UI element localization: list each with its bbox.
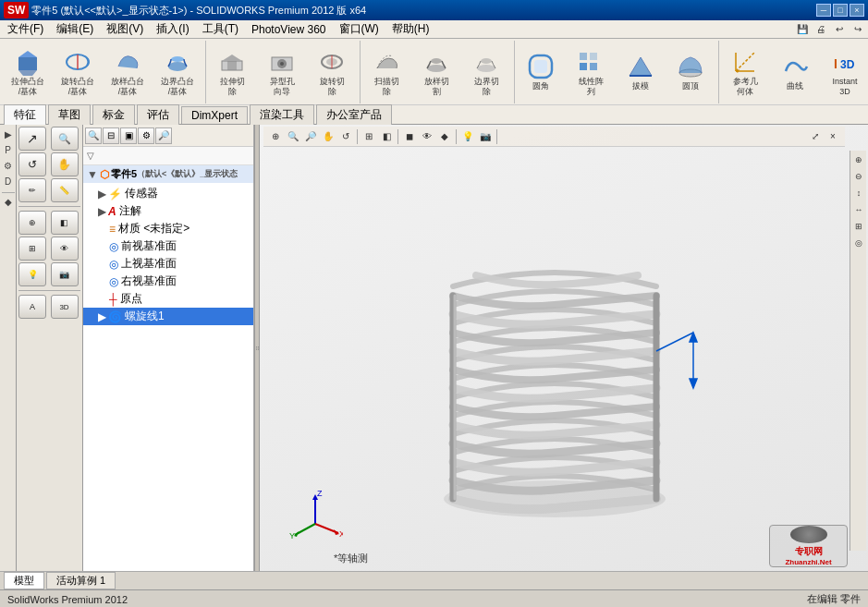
vp-zoom-out[interactable]: 🔎 — [302, 128, 319, 145]
tab-sheet-metal[interactable]: 标金 — [92, 104, 135, 125]
menu-window[interactable]: 窗口(W) — [334, 19, 385, 39]
vp-right-2[interactable]: ⊖ — [851, 169, 866, 184]
vp-camera[interactable]: 📷 — [477, 128, 494, 145]
viewport[interactable]: ⊕ 🔍 🔎 ✋ ↺ ⊞ ◧ ◼ 👁 ◆ 💡 📷 ⤢ × — [260, 125, 868, 571]
tab-render[interactable]: 渲染工具 — [250, 104, 314, 125]
tree-item-helix[interactable]: ▶ 🌀 螺旋线1 — [83, 308, 253, 325]
menu-insert[interactable]: 插入(I) — [151, 19, 194, 39]
snap-btn[interactable]: ⊕ — [18, 211, 46, 235]
tree-item-top-plane[interactable]: ◎ 上视基准面 — [83, 255, 253, 273]
vp-maximize[interactable]: ⤢ — [807, 128, 824, 145]
btn-revolve-cut[interactable]: 旋转切除 — [308, 44, 356, 100]
tree-item-front-plane[interactable]: ◎ 前视基准面 — [83, 237, 253, 255]
tab-office[interactable]: 办公室产品 — [316, 104, 392, 125]
tree-item-sensors[interactable]: ▶ ⚡ 传感器 — [83, 185, 253, 202]
vp-rotate[interactable]: ↺ — [337, 128, 354, 145]
tab-model[interactable]: 模型 — [4, 572, 44, 589]
btn-dome[interactable]: 圆顶 — [666, 44, 715, 100]
vp-right-5[interactable]: ⊞ — [851, 219, 866, 234]
hole-wizard-label: 异型孔向导 — [270, 77, 295, 97]
tab-study[interactable]: 活动算例 1 — [46, 572, 116, 589]
tree-item-right-plane[interactable]: ◎ 右视基准面 — [83, 273, 253, 290]
vp-section[interactable]: ◧ — [378, 128, 395, 145]
tree-item-origin[interactable]: ┼ 原点 — [83, 290, 253, 308]
tree-filter-btn[interactable]: ⊟ — [103, 127, 119, 144]
btn-draft[interactable]: 拔模 — [617, 44, 665, 100]
tree-search-btn[interactable]: 🔍 — [85, 127, 102, 144]
tab-features[interactable]: 特征 — [4, 104, 46, 126]
quickaccess-icon[interactable]: 💾 — [794, 21, 811, 38]
tree-display-btn[interactable]: ▣ — [120, 127, 137, 144]
menu-view[interactable]: 视图(V) — [101, 19, 149, 39]
btn-hole-wizard[interactable]: 异型孔向导 — [258, 44, 306, 100]
quickaccess-print[interactable]: 🖨 — [813, 21, 829, 38]
title-bar-right[interactable]: ─ □ × — [816, 4, 864, 17]
btn-ref-geometry[interactable]: 参考几何体 — [721, 44, 769, 100]
tree-search2-btn[interactable]: 🔎 — [155, 127, 172, 144]
btn-sweep-boss[interactable]: 放样凸台/基体 — [104, 44, 152, 100]
appearance-icon[interactable]: ◆ — [1, 194, 16, 209]
vp-sep2 — [397, 129, 398, 144]
zoom-btn[interactable]: 🔍 — [51, 127, 79, 151]
svg-line-53 — [295, 524, 315, 535]
rotate-btn[interactable]: ↺ — [18, 152, 46, 176]
maximize-button[interactable]: □ — [833, 4, 848, 17]
tree-item-annotations[interactable]: ▶ A 注解 — [83, 202, 253, 220]
tab-dimxpert[interactable]: DimXpert — [181, 106, 248, 124]
btn-loft-cut[interactable]: 放样切割 — [412, 44, 460, 100]
vp-zoom-in[interactable]: 🔍 — [285, 128, 301, 145]
light-btn[interactable]: 💡 — [18, 262, 46, 286]
hide-btn[interactable]: 👁 — [51, 237, 79, 261]
config-manager-icon[interactable]: ⚙ — [1, 158, 16, 173]
vp-right-6[interactable]: ◎ — [851, 236, 866, 250]
tree-root-item[interactable]: ▼ ⬡ 零件5 （默认<《默认》_显示状态 — [83, 165, 253, 183]
annotation-btn[interactable]: A — [18, 295, 46, 319]
camera-btn[interactable]: 📷 — [51, 262, 79, 286]
tab-sketch[interactable]: 草图 — [48, 104, 91, 125]
vp-right-3[interactable]: ↕ — [851, 186, 866, 200]
vp-display-style[interactable]: ◼ — [401, 128, 418, 145]
property-manager-icon[interactable]: P — [1, 142, 16, 157]
pan-btn[interactable]: ✋ — [51, 152, 79, 176]
vp-view-orient[interactable]: ⊞ — [361, 128, 377, 145]
menu-help[interactable]: 帮助(H) — [386, 19, 435, 39]
menu-photoview[interactable]: PhotoView 360 — [246, 21, 332, 38]
measure-btn[interactable]: 📏 — [51, 178, 79, 202]
quickaccess-undo[interactable]: ↩ — [831, 21, 848, 38]
btn-extrude-boss[interactable]: 拉伸凸台/基体 — [4, 44, 52, 100]
select-btn[interactable]: ↗ — [18, 127, 46, 151]
feature-manager-icon[interactable]: ▶ — [1, 127, 16, 141]
3d-sketch-btn[interactable]: 3D — [51, 295, 79, 319]
quickaccess-redo[interactable]: ↪ — [850, 21, 866, 38]
vp-pan[interactable]: ✋ — [320, 128, 336, 145]
vp-close[interactable]: × — [825, 128, 841, 145]
btn-sweep-cut[interactable]: 扫描切除 — [362, 44, 410, 100]
tree-settings-btn[interactable]: ⚙ — [138, 127, 154, 144]
vp-zoom-fit[interactable]: ⊕ — [267, 128, 284, 145]
minimize-button[interactable]: ─ — [816, 4, 831, 17]
btn-boundary-boss[interactable]: 边界凸台/基体 — [153, 44, 202, 100]
btn-linear-pattern[interactable]: 线性阵列 — [567, 44, 615, 100]
btn-fillet[interactable]: 圆角 — [517, 44, 565, 100]
vp-hide-show[interactable]: 👁 — [419, 128, 435, 145]
btn-extrude-cut[interactable]: 拉伸切除 — [208, 44, 256, 100]
dim-xpert-icon[interactable]: D — [1, 174, 16, 188]
vp-appear[interactable]: ◆ — [436, 128, 453, 145]
btn-curves[interactable]: 曲线 — [771, 44, 819, 100]
close-button[interactable]: × — [850, 4, 864, 17]
vp-right-1[interactable]: ⊕ — [851, 152, 866, 167]
view-orient-btn[interactable]: ⊞ — [18, 237, 46, 261]
btn-boundary-cut[interactable]: 边界切除 — [462, 44, 510, 100]
btn-instant3d[interactable]: I3D Instant3D — [821, 44, 868, 100]
vp-lighting[interactable]: 💡 — [459, 128, 476, 145]
vp-right-4[interactable]: ↔ — [851, 202, 866, 217]
menu-edit[interactable]: 编辑(E) — [51, 19, 99, 39]
svg-point-14 — [427, 65, 446, 72]
tab-evaluate[interactable]: 评估 — [137, 104, 179, 125]
menu-tools[interactable]: 工具(T) — [197, 19, 244, 39]
menu-file[interactable]: 文件(F) — [2, 19, 49, 39]
tree-item-material[interactable]: ≡ 材质 <未指定> — [83, 220, 253, 237]
section-btn[interactable]: ◧ — [51, 211, 79, 235]
sketch-btn[interactable]: ✏ — [18, 178, 46, 202]
btn-revolve-boss[interactable]: 旋转凸台/基体 — [54, 44, 102, 100]
